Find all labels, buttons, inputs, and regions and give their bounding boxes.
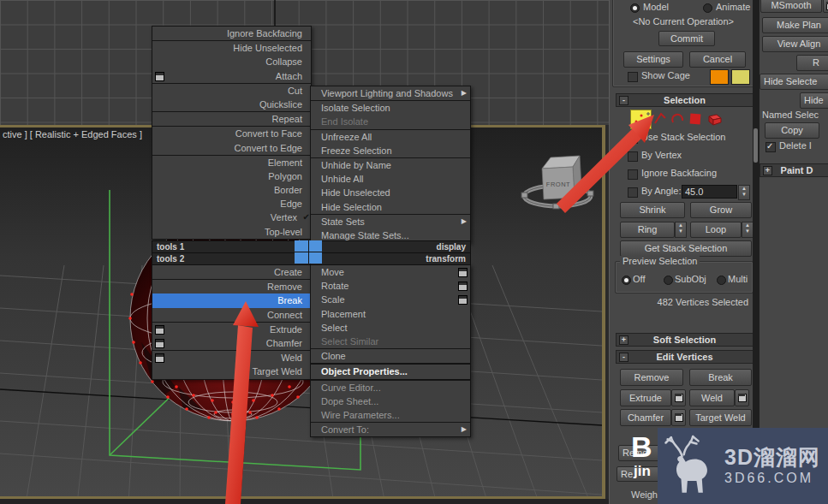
cage-color-swatch[interactable] bbox=[710, 69, 729, 85]
use-stack-selection-checkbox[interactable] bbox=[628, 133, 638, 144]
remove-button[interactable]: Remove bbox=[620, 369, 683, 386]
menu-item-curve-editor[interactable]: Curve Editor... bbox=[311, 381, 470, 394]
menu-item-attach[interactable]: Attach bbox=[152, 69, 311, 83]
relax-button-partial[interactable]: R bbox=[796, 55, 828, 71]
menu-item-quickslice[interactable]: Quickslice bbox=[152, 98, 311, 111]
polygon-mode-icon[interactable] bbox=[688, 111, 703, 126]
attach-settings-icon[interactable] bbox=[155, 72, 164, 81]
selection-rollout-header[interactable]: - Selection bbox=[616, 93, 754, 107]
soft-selection-rollout-header[interactable]: + Soft Selection bbox=[616, 333, 754, 347]
move-settings-icon[interactable] bbox=[458, 268, 468, 277]
edge-mode-icon[interactable] bbox=[653, 111, 668, 126]
menu-item-convert-to-edge[interactable]: Convert to Edge bbox=[152, 141, 311, 155]
preview-subobj-radio[interactable] bbox=[664, 276, 673, 285]
ignore-backfacing-checkbox[interactable] bbox=[628, 169, 638, 180]
preview-multi-label[interactable]: Multi bbox=[728, 274, 748, 284]
menu-item-clone[interactable]: Clone bbox=[311, 349, 470, 363]
menu-item-select[interactable]: Select bbox=[311, 321, 470, 335]
vertex-mode-icon[interactable] bbox=[630, 110, 652, 129]
paint-deformation-rollout-header[interactable]: + Paint D bbox=[759, 163, 828, 177]
menu-item-repeat[interactable]: Repeat bbox=[152, 112, 311, 126]
preview-subobj-label[interactable]: SubObj bbox=[675, 274, 706, 284]
animate-radio-label[interactable]: Animate bbox=[716, 2, 750, 12]
menu-item-viewport-lighting-and-shadows[interactable]: Viewport Lighting and Shadows▶ bbox=[311, 86, 470, 100]
menu-item-convert-to-face[interactable]: Convert to Face bbox=[152, 127, 311, 140]
menu-item-border[interactable]: Border bbox=[152, 183, 311, 197]
settings-button[interactable]: Settings bbox=[623, 51, 683, 68]
extrude-settings-icon[interactable] bbox=[671, 389, 686, 406]
menu-item-hide-unselected-2[interactable]: Hide Unselected bbox=[311, 186, 470, 199]
menu-item-polygon[interactable]: Polygon bbox=[152, 169, 311, 183]
menu-item-remove[interactable]: Remove bbox=[152, 280, 311, 294]
msmooth-settings-icon[interactable] bbox=[823, 0, 828, 13]
menu-item-ignore-backfacing[interactable]: Ignore Backfacing bbox=[152, 27, 311, 40]
scale-settings-icon[interactable] bbox=[458, 295, 468, 305]
preview-off-radio[interactable] bbox=[622, 276, 631, 285]
chamfer-settings-icon-menu[interactable] bbox=[155, 339, 164, 348]
copy-button[interactable]: Copy bbox=[765, 122, 819, 139]
weld-settings-icon[interactable] bbox=[735, 389, 749, 406]
grow-button[interactable]: Grow bbox=[690, 202, 752, 218]
cage-color-swatch-2[interactable] bbox=[731, 69, 750, 85]
preview-multi-radio[interactable] bbox=[717, 276, 726, 285]
menu-item-cut[interactable]: Cut bbox=[152, 84, 311, 98]
menu-item-create[interactable]: Create bbox=[152, 265, 311, 279]
menu-item-connect[interactable]: Connect bbox=[152, 308, 311, 322]
get-stack-selection-button[interactable]: Get Stack Selection bbox=[620, 240, 752, 257]
menu-item-vertex[interactable]: Vertex✔ bbox=[152, 210, 311, 224]
loop-spinner[interactable]: ▲▼ bbox=[742, 222, 754, 238]
animate-radio[interactable] bbox=[703, 3, 712, 13]
model-radio-label[interactable]: Model bbox=[643, 2, 669, 12]
quad-center-marker[interactable] bbox=[295, 240, 322, 264]
model-radio[interactable] bbox=[630, 3, 640, 13]
menu-item-scale[interactable]: Scale bbox=[311, 293, 470, 306]
menu-item-unhide-all[interactable]: Unhide All bbox=[311, 172, 470, 186]
viewport-label[interactable]: ctive ] [ Realistic + Edged Faces ] bbox=[3, 129, 142, 139]
menu-item-object-properties[interactable]: Object Properties... bbox=[311, 364, 470, 379]
weld-button[interactable]: Weld bbox=[689, 389, 735, 406]
hide-selected-button[interactable]: Hide Selecte bbox=[759, 74, 828, 90]
menu-item-isolate-selection[interactable]: Isolate Selection bbox=[311, 101, 470, 115]
angle-spinner[interactable]: ▲▼ bbox=[738, 185, 750, 200]
menu-item-break[interactable]: Break bbox=[152, 294, 311, 307]
menu-item-move[interactable]: Move bbox=[311, 265, 470, 279]
by-angle-checkbox[interactable] bbox=[628, 187, 638, 198]
menu-item-unhide-by-name[interactable]: Unhide by Name bbox=[311, 158, 470, 172]
preview-off-label[interactable]: Off bbox=[633, 274, 645, 284]
chamfer-settings-icon[interactable] bbox=[671, 409, 686, 426]
make-planar-button[interactable]: Make Plan bbox=[762, 17, 828, 33]
extrude-settings-icon-menu[interactable] bbox=[155, 325, 164, 335]
menu-item-hide-unselected[interactable]: Hide Unselected bbox=[152, 41, 311, 55]
menu-item-top-level[interactable]: Top-level bbox=[152, 225, 311, 239]
shrink-button[interactable]: Shrink bbox=[620, 202, 685, 218]
menu-item-state-sets[interactable]: State Sets▶ bbox=[311, 215, 470, 228]
commit-button[interactable]: Commit bbox=[658, 31, 715, 46]
menu-item-unfreeze-all[interactable]: Unfreeze All bbox=[311, 130, 470, 144]
delete-isolated-checkbox[interactable] bbox=[765, 142, 776, 152]
menu-item-rotate[interactable]: Rotate bbox=[311, 279, 470, 293]
menu-item-wire-parameters[interactable]: Wire Parameters... bbox=[311, 408, 470, 422]
msmooth-button[interactable]: MSmooth bbox=[760, 0, 822, 13]
menu-item-freeze-selection[interactable]: Freeze Selection bbox=[311, 144, 470, 157]
menu-item-weld[interactable]: Weld bbox=[152, 351, 311, 365]
menu-item-convert-to[interactable]: Convert To:▶ bbox=[311, 423, 470, 436]
target-weld-button[interactable]: Target Weld bbox=[689, 409, 752, 426]
menu-item-extrude[interactable]: Extrude bbox=[152, 323, 311, 336]
menu-item-hide-selection[interactable]: Hide Selection bbox=[311, 200, 470, 214]
border-mode-icon[interactable] bbox=[670, 111, 685, 126]
menu-item-placement[interactable]: Placement bbox=[311, 307, 470, 321]
extrude-button[interactable]: Extrude bbox=[620, 389, 671, 406]
menu-item-dope-sheet[interactable]: Dope Sheet... bbox=[311, 394, 470, 408]
view-align-button[interactable]: View Align bbox=[762, 36, 828, 52]
rotate-settings-icon[interactable] bbox=[458, 282, 468, 291]
menu-item-target-weld[interactable]: Target Weld bbox=[152, 365, 311, 378]
cancel-button[interactable]: Cancel bbox=[689, 51, 746, 68]
break-button[interactable]: Break bbox=[689, 369, 752, 386]
menu-item-edge[interactable]: Edge bbox=[152, 197, 311, 210]
angle-value-field[interactable]: 45.0 bbox=[682, 185, 737, 199]
chamfer-button[interactable]: Chamfer bbox=[620, 409, 671, 426]
by-vertex-checkbox[interactable] bbox=[628, 151, 638, 162]
panel-scrollbar-thumb[interactable] bbox=[754, 128, 758, 163]
loop-button[interactable]: Loop bbox=[690, 222, 742, 238]
hide-button-partial[interactable]: Hide bbox=[800, 92, 828, 109]
